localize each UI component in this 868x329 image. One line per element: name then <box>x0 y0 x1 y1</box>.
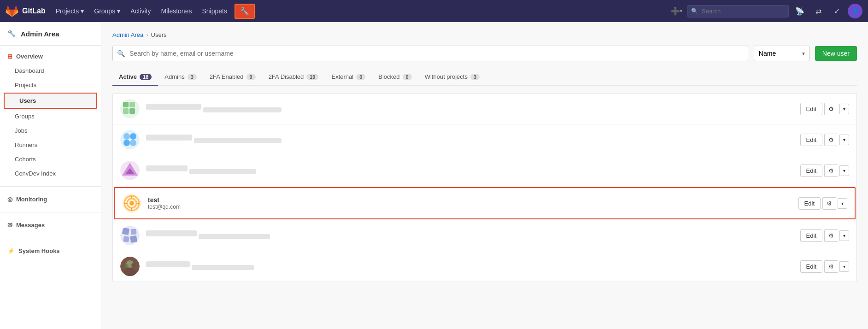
edit-button[interactable]: Edit <box>800 103 822 115</box>
svg-rect-3 <box>123 108 129 114</box>
user-actions: Edit ⚙ ▾ <box>800 260 849 273</box>
sidebar-item-convdev[interactable]: ConvDev Index <box>0 166 101 181</box>
main-content: Admin Area › Users 🔍 Name Date created L… <box>101 22 868 329</box>
search-wrapper: 🔍 <box>687 5 789 18</box>
hooks-icon: ⚡ <box>7 247 15 254</box>
nav-activity[interactable]: Activity <box>126 5 155 18</box>
sidebar-item-users[interactable]: Users <box>5 94 96 108</box>
nav-merge-request-button[interactable]: ⇄ <box>811 4 826 18</box>
nav-projects[interactable]: Projects ▾ <box>51 5 89 18</box>
new-user-button[interactable]: New user <box>815 46 857 61</box>
edit-button[interactable]: Edit <box>798 197 821 210</box>
sidebar-item-cohorts[interactable]: Cohorts <box>0 152 101 166</box>
sidebar-section-messages[interactable]: ✉ Messages <box>0 218 101 232</box>
nav-milestones[interactable]: Milestones <box>157 5 197 18</box>
edit-button[interactable]: Edit <box>800 260 822 273</box>
chevron-down-icon: ▾ <box>81 7 84 15</box>
user-avatar-button[interactable]: 👤 <box>848 4 862 18</box>
tab-count: 3 <box>470 74 480 80</box>
user-info <box>146 165 794 176</box>
nav-groups[interactable]: Groups ▾ <box>89 5 125 18</box>
user-email: test@qq.com <box>148 204 792 210</box>
section-label: System Hooks <box>18 247 60 254</box>
wrench-icon: 🔧 <box>240 7 249 16</box>
nav-issues-button[interactable]: ✓ <box>829 4 844 18</box>
gear-button[interactable]: ⚙ <box>824 260 838 273</box>
tab-blocked[interactable]: Blocked 0 <box>372 69 418 86</box>
svg-rect-24 <box>130 229 136 235</box>
grid-icon: ⊞ <box>7 53 12 60</box>
sidebar-header: 🔧 Admin Area <box>0 22 101 46</box>
gear-button[interactable]: ⚙ <box>824 164 838 177</box>
merge-icon: ⇄ <box>815 7 821 16</box>
nav-broadcast-button[interactable]: 📡 <box>792 4 807 18</box>
sidebar-item-dashboard[interactable]: Dashboard <box>0 64 101 78</box>
user-actions: Edit ⚙ ▾ <box>800 229 849 242</box>
sidebar: 🔧 Admin Area ⊞ Overview Dashboard Projec… <box>0 22 101 329</box>
search-input[interactable] <box>687 5 789 18</box>
dropdown-caret-button[interactable]: ▾ <box>839 135 849 145</box>
sidebar-item-groups[interactable]: Groups <box>0 109 101 123</box>
user-icon: 👤 <box>852 8 859 14</box>
svg-point-8 <box>123 140 130 146</box>
svg-rect-5 <box>120 130 140 149</box>
nav-items: Projects ▾ Groups ▾ Activity Milestones … <box>51 4 667 19</box>
nav-right-section: ➕ ▾ 🔍 📡 ⇄ ✓ 👤 <box>669 4 862 18</box>
section-label: Monitoring <box>16 196 47 203</box>
avatar <box>120 99 140 118</box>
gitlab-logo-icon <box>6 5 18 18</box>
sidebar-section-monitoring[interactable]: ◎ Monitoring <box>0 192 101 206</box>
sidebar-item-label: Dashboard <box>15 67 44 74</box>
user-name <box>146 135 192 141</box>
nav-admin-wrench[interactable]: 🔧 <box>235 4 255 19</box>
gear-button[interactable]: ⚙ <box>822 197 836 210</box>
tab-2fa-enabled[interactable]: 2FA Enabled 0 <box>203 69 262 86</box>
tab-count: 18 <box>140 74 152 80</box>
user-list: Edit ⚙ ▾ <box>112 93 857 282</box>
edit-button[interactable]: Edit <box>800 229 822 242</box>
sidebar-item-runners[interactable]: Runners <box>0 138 101 152</box>
breadcrumb-admin-link[interactable]: Admin Area <box>112 31 143 38</box>
tab-label: Without projects <box>425 73 468 80</box>
avatar <box>120 161 140 180</box>
gear-button[interactable]: ⚙ <box>824 229 838 242</box>
user-email <box>189 169 256 174</box>
sidebar-messages-section: ✉ Messages <box>0 214 101 236</box>
avatar <box>122 194 141 213</box>
sidebar-section-overview[interactable]: ⊞ Overview <box>0 49 101 64</box>
user-email <box>194 138 282 143</box>
user-search-input[interactable] <box>112 46 748 61</box>
sidebar-item-projects[interactable]: Projects <box>0 78 101 92</box>
tab-label: External <box>331 73 353 80</box>
sidebar-section-hooks[interactable]: ⚡ System Hooks <box>0 244 101 258</box>
svg-point-7 <box>130 133 136 140</box>
sidebar-item-label: Cohorts <box>15 156 36 163</box>
tab-admins[interactable]: Admins 3 <box>158 69 203 86</box>
tab-external[interactable]: External 0 <box>325 69 372 86</box>
svg-rect-26 <box>130 235 137 243</box>
tab-2fa-disabled[interactable]: 2FA Disabled 19 <box>262 69 325 86</box>
tab-without-projects[interactable]: Without projects 3 <box>418 69 486 86</box>
nav-snippets[interactable]: Snippets <box>197 5 231 18</box>
dropdown-caret-button[interactable]: ▾ <box>839 230 849 241</box>
gear-button[interactable]: ⚙ <box>824 134 838 146</box>
wrench-icon-sidebar: 🔧 <box>7 29 16 38</box>
sort-select[interactable]: Name Date created Last sign-in <box>754 46 809 61</box>
nav-plus-button[interactable]: ➕ ▾ <box>669 4 684 18</box>
table-row: Edit ⚙ ▾ <box>113 124 856 155</box>
dropdown-caret-button[interactable]: ▾ <box>839 261 849 272</box>
dropdown-caret-button[interactable]: ▾ <box>839 165 849 176</box>
tab-label: Blocked <box>378 73 399 80</box>
brand-logo[interactable]: GitLab <box>6 5 46 18</box>
edit-button[interactable]: Edit <box>800 164 822 177</box>
dropdown-caret-button[interactable]: ▾ <box>838 198 847 209</box>
section-label: Overview <box>16 53 43 60</box>
user-actions: Edit ⚙ ▾ <box>798 197 847 210</box>
edit-button[interactable]: Edit <box>800 134 822 146</box>
tab-count: 0 <box>356 74 365 80</box>
top-navbar: GitLab Projects ▾ Groups ▾ Activity Mile… <box>0 0 868 22</box>
tab-active[interactable]: Active 18 <box>112 69 158 86</box>
dropdown-caret-button[interactable]: ▾ <box>839 104 849 114</box>
sidebar-item-jobs[interactable]: Jobs <box>0 123 101 138</box>
gear-button[interactable]: ⚙ <box>824 103 838 115</box>
